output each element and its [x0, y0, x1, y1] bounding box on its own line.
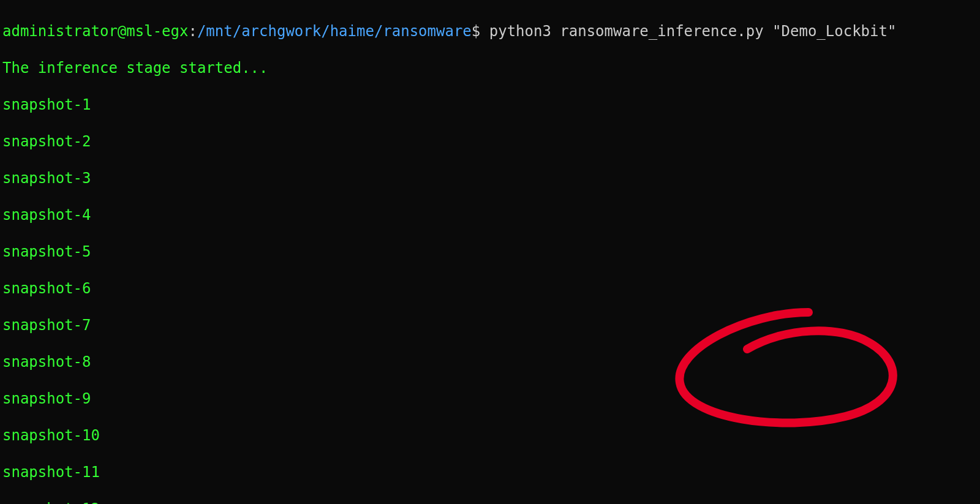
- snapshot-line: snapshot-5: [2, 243, 978, 261]
- status-line: The inference stage started...: [2, 59, 978, 77]
- command-text: python3 ransomware_inference.py "Demo_Lo…: [480, 23, 896, 40]
- snapshot-line: snapshot-1: [2, 96, 978, 114]
- prompt-separator: :: [188, 23, 197, 40]
- snapshot-line: snapshot-7: [2, 316, 978, 334]
- snapshot-line: snapshot-4: [2, 206, 978, 224]
- snapshot-line: snapshot-10: [2, 426, 978, 445]
- snapshot-line: snapshot-11: [2, 463, 978, 481]
- prompt-dollar: $: [472, 23, 480, 40]
- snapshot-line: snapshot-12: [2, 500, 978, 504]
- snapshot-line: snapshot-9: [2, 389, 978, 408]
- prompt-path: /mnt/archgwork/haime/ransomware: [197, 23, 472, 40]
- snapshot-line: snapshot-8: [2, 353, 978, 371]
- snapshot-line: snapshot-2: [2, 132, 978, 151]
- prompt-user-host: administrator@msl-egx: [2, 23, 188, 40]
- snapshot-line: snapshot-6: [2, 279, 978, 298]
- terminal-output[interactable]: administrator@msl-egx:/mnt/archgwork/hai…: [0, 0, 980, 504]
- prompt-line: administrator@msl-egx:/mnt/archgwork/hai…: [2, 22, 978, 40]
- snapshot-line: snapshot-3: [2, 169, 978, 187]
